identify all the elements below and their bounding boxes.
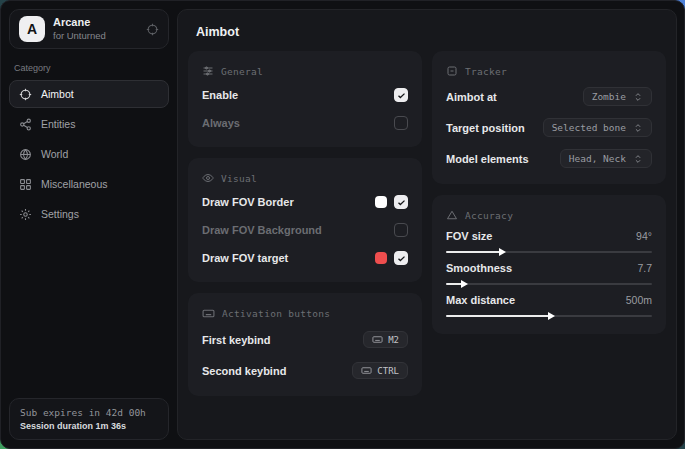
setting-label: First keybind xyxy=(202,334,270,346)
dropdown-value: Zombie xyxy=(592,91,626,102)
model-elements-dropdown[interactable]: Head, Neck xyxy=(560,149,652,168)
setting-label: Draw FOV Border xyxy=(202,196,294,208)
max-distance-slider: Max distance 500m xyxy=(446,294,652,317)
section-title: General xyxy=(221,66,263,77)
slider-label: FOV size xyxy=(446,230,492,242)
grid-icon xyxy=(19,178,32,191)
accuracy-card: Accuracy FOV size 94° Smoothness xyxy=(432,195,666,334)
aimbot-at-dropdown[interactable]: Zombie xyxy=(583,87,652,106)
brand-subtitle: for Unturned xyxy=(53,30,106,42)
brand-logo: A xyxy=(19,16,45,42)
setting-row: Draw FOV Border xyxy=(202,190,408,214)
setting-row: Aimbot at Zombie xyxy=(446,83,652,110)
brand-card: A Arcane for Unturned xyxy=(9,9,169,49)
sidebar-item-label: Miscellaneous xyxy=(41,178,108,190)
slider-value: 94° xyxy=(636,230,652,242)
setting-row: Model elements Head, Neck xyxy=(446,145,652,172)
setting-label: Draw FOV target xyxy=(202,252,288,264)
chevron-up-down-icon xyxy=(633,154,643,164)
dropdown-value: Selected bone xyxy=(552,122,626,133)
nodes-icon xyxy=(19,118,32,131)
keyboard-icon xyxy=(202,307,215,320)
fov-target-checkbox[interactable] xyxy=(394,251,408,265)
sidebar-item-label: Entities xyxy=(41,118,75,130)
chevron-up-down-icon xyxy=(633,92,643,102)
general-card: General Enable Always xyxy=(188,51,422,147)
gear-icon xyxy=(19,208,32,221)
target-position-dropdown[interactable]: Selected bone xyxy=(543,118,652,137)
sidebar-item-aimbot[interactable]: Aimbot xyxy=(9,80,169,108)
setting-row: Always xyxy=(202,111,408,135)
sidebar-item-settings[interactable]: Settings xyxy=(9,200,169,228)
sidebar-item-label: World xyxy=(41,148,68,160)
activation-card: Activation buttons First keybind M2 xyxy=(188,293,422,396)
slider-track[interactable] xyxy=(446,315,652,317)
app-window: A Arcane for Unturned Category Aimbot En… xyxy=(0,0,685,449)
category-label: Category xyxy=(14,63,169,73)
page-title: Aimbot xyxy=(196,25,658,39)
keyboard-icon xyxy=(372,334,383,345)
session-info-card: Sub expires in 42d 00h Session duration … xyxy=(9,398,169,440)
setting-row: Draw FOV Background xyxy=(202,218,408,242)
slider-label: Max distance xyxy=(446,294,515,306)
sidebar-item-world[interactable]: World xyxy=(9,140,169,168)
always-checkbox[interactable] xyxy=(394,116,408,130)
section-title: Accuracy xyxy=(465,210,513,221)
setting-label: Aimbot at xyxy=(446,91,497,103)
setting-label: Draw FOV Background xyxy=(202,224,322,236)
triangle-icon xyxy=(446,209,458,221)
session-duration-text: Session duration 1m 36s xyxy=(20,421,158,431)
globe-icon xyxy=(19,148,32,161)
slider-thumb[interactable] xyxy=(446,251,500,253)
setting-label: Target position xyxy=(446,122,525,134)
setting-label: Second keybind xyxy=(202,365,286,377)
fov-border-checkbox[interactable] xyxy=(394,195,408,209)
keybind-value: CTRL xyxy=(377,366,399,376)
brand-text: Arcane for Unturned xyxy=(53,16,106,42)
smoothness-slider: Smoothness 7.7 xyxy=(446,262,652,285)
setting-label: Always xyxy=(202,117,240,129)
setting-row: Draw FOV target xyxy=(202,246,408,270)
right-column: Tracker Aimbot at Zombie xyxy=(432,51,666,334)
setting-row: First keybind M2 xyxy=(202,326,408,353)
color-swatch[interactable] xyxy=(375,196,387,208)
slider-thumb[interactable] xyxy=(446,283,462,285)
fov-background-checkbox[interactable] xyxy=(394,223,408,237)
crosshair-icon xyxy=(19,88,32,101)
setting-row: Target position Selected bone xyxy=(446,114,652,141)
sliders-icon xyxy=(202,65,214,77)
crosshair-icon[interactable] xyxy=(146,23,159,36)
slider-value: 500m xyxy=(626,294,652,306)
setting-row: Second keybind CTRL xyxy=(202,357,408,384)
setting-row: Enable xyxy=(202,83,408,107)
keyboard-icon xyxy=(361,365,372,376)
slider-thumb[interactable] xyxy=(446,315,549,317)
slider-value: 7.7 xyxy=(637,262,652,274)
sub-expires-text: Sub expires in 42d 00h xyxy=(20,407,158,418)
sidebar-item-entities[interactable]: Entities xyxy=(9,110,169,138)
setting-label: Model elements xyxy=(446,153,529,165)
chevron-up-down-icon xyxy=(633,123,643,133)
dropdown-value: Head, Neck xyxy=(569,153,626,164)
color-swatch[interactable] xyxy=(375,252,387,264)
sidebar-item-miscellaneous[interactable]: Miscellaneous xyxy=(9,170,169,198)
enable-checkbox[interactable] xyxy=(394,88,408,102)
sidebar: A Arcane for Unturned Category Aimbot En… xyxy=(1,1,177,448)
slider-track[interactable] xyxy=(446,283,652,285)
tracker-card: Tracker Aimbot at Zombie xyxy=(432,51,666,184)
fov-size-slider: FOV size 94° xyxy=(446,230,652,253)
second-keybind-button[interactable]: CTRL xyxy=(352,362,408,379)
section-title: Visual xyxy=(221,173,257,184)
keybind-value: M2 xyxy=(388,335,399,345)
scan-square-icon xyxy=(446,65,458,77)
section-title: Activation buttons xyxy=(222,308,330,319)
setting-label: Enable xyxy=(202,89,238,101)
visual-card: Visual Draw FOV Border Draw FOV Backgrou… xyxy=(188,158,422,282)
main-panel: Aimbot General Enable xyxy=(177,9,677,440)
slider-track[interactable] xyxy=(446,251,652,253)
first-keybind-button[interactable]: M2 xyxy=(363,331,408,348)
left-column: General Enable Always xyxy=(188,51,422,396)
brand-name: Arcane xyxy=(53,16,106,30)
section-title: Tracker xyxy=(465,66,507,77)
sidebar-item-label: Aimbot xyxy=(41,88,74,100)
